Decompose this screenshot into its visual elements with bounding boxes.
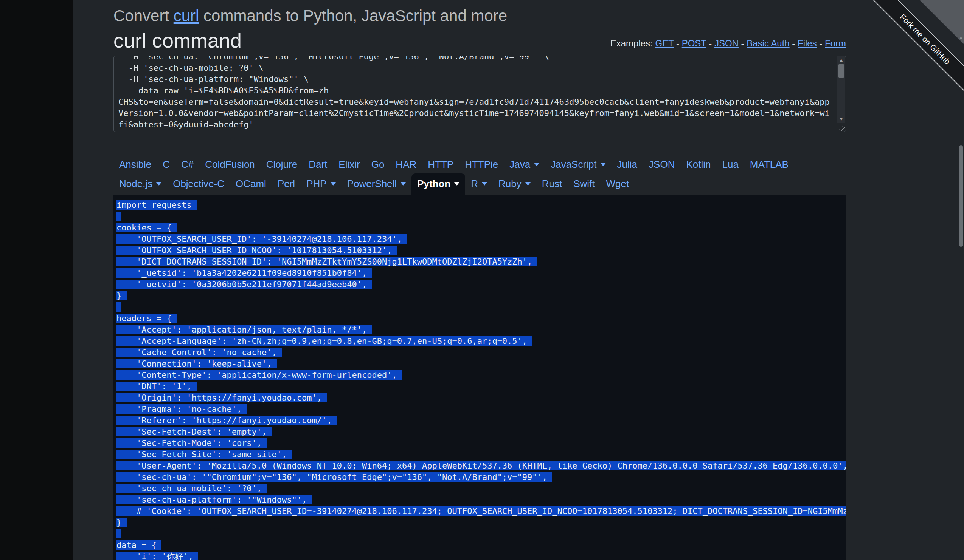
code-line: 'Origin': 'https://fanyi.youdao.com', bbox=[116, 392, 846, 404]
curl-input-scrollbar[interactable]: ▲ ▼ bbox=[837, 56, 845, 123]
code-line: } bbox=[116, 517, 846, 528]
example-link-files[interactable]: Files bbox=[798, 38, 817, 49]
code-line: 'Accept': 'application/json, text/plain,… bbox=[116, 324, 846, 336]
tab-label: JavaScript bbox=[550, 159, 596, 170]
tab-matlab[interactable]: MATLAB bbox=[744, 156, 794, 174]
code-output[interactable]: import requests cookies = { 'OUTFOX_SEAR… bbox=[114, 195, 846, 560]
code-line: 'i': '你好', bbox=[116, 551, 846, 560]
curl-link[interactable]: curl bbox=[174, 7, 199, 24]
tab-label: Swift bbox=[573, 178, 594, 190]
tab-label: Objective-C bbox=[173, 178, 224, 190]
tab-elixir[interactable]: Elixir bbox=[333, 156, 365, 174]
code-line: 'sec-ch-ua': '"Chromium";v="136", "Micro… bbox=[116, 472, 846, 483]
resize-grip-icon[interactable] bbox=[838, 124, 845, 131]
code-line: 'Sec-Fetch-Dest': 'empty', bbox=[116, 426, 846, 438]
code-line: 'sec-ch-ua-platform': '"Windows"', bbox=[116, 494, 846, 506]
tab-label: HTTP bbox=[428, 159, 453, 170]
code-line: import requests bbox=[116, 200, 846, 211]
tab-ocaml[interactable]: OCaml bbox=[230, 174, 272, 195]
code-line: 'OUTFOX_SEARCH_USER_ID': '-39140274@218.… bbox=[116, 234, 846, 245]
tab-java[interactable]: Java bbox=[504, 156, 545, 174]
tab-label: Elixir bbox=[339, 159, 360, 170]
fork-ribbon[interactable]: Fork me on GitHub bbox=[873, 0, 964, 91]
code-line: 'User-Agent': 'Mozilla/5.0 (Windows NT 1… bbox=[116, 460, 846, 472]
tab-label: Kotlin bbox=[686, 159, 711, 170]
tab-perl[interactable]: Perl bbox=[272, 174, 301, 195]
code-line: 'DICT_DOCTRANS_SESSION_ID': 'NGI5MmMzZTk… bbox=[116, 256, 846, 268]
tab-ruby[interactable]: Ruby bbox=[493, 174, 536, 195]
code-line: # 'Cookie': 'OUTFOX_SEARCH_USER_ID=-3914… bbox=[116, 506, 846, 517]
tab-httpie[interactable]: HTTPie bbox=[459, 156, 504, 174]
tab-lua[interactable]: Lua bbox=[716, 156, 744, 174]
tab-label: C# bbox=[181, 159, 194, 170]
example-link-post[interactable]: POST bbox=[682, 38, 707, 49]
page-title: Convert curl commands to Python, JavaScr… bbox=[114, 6, 846, 26]
tab-clojure[interactable]: Clojure bbox=[261, 156, 303, 174]
chevron-down-icon bbox=[601, 163, 606, 166]
chevron-down-icon bbox=[401, 182, 406, 185]
chevron-down-icon bbox=[156, 182, 161, 185]
examples-separator: - bbox=[739, 38, 747, 49]
tab-dart[interactable]: Dart bbox=[303, 156, 333, 174]
tab-label: ColdFusion bbox=[205, 159, 255, 170]
code-line: data = { bbox=[116, 540, 846, 551]
tab-julia[interactable]: Julia bbox=[612, 156, 643, 174]
tab-label: PHP bbox=[306, 178, 326, 190]
code-line: 'Pragma': 'no-cache', bbox=[116, 404, 846, 415]
tab-label: Ruby bbox=[498, 178, 521, 190]
curl-input[interactable]: -H 'sec-ch-ua: "Chromium";v="136", "Micr… bbox=[114, 55, 846, 132]
tab-rust[interactable]: Rust bbox=[536, 174, 568, 195]
tab-php[interactable]: PHP bbox=[301, 174, 341, 195]
tab-label: Go bbox=[371, 159, 384, 170]
chevron-down-icon bbox=[534, 163, 539, 166]
examples-separator: - bbox=[790, 38, 798, 49]
example-link-basic-auth[interactable]: Basic Auth bbox=[747, 38, 789, 49]
tab-label: Python bbox=[417, 178, 450, 190]
code-line: 'Connection': 'keep-alive', bbox=[116, 358, 846, 370]
tab-javascript[interactable]: JavaScript bbox=[545, 156, 611, 174]
page-title-prefix: Convert bbox=[114, 7, 174, 24]
tab-har[interactable]: HAR bbox=[390, 156, 422, 174]
tab-node-js[interactable]: Node.js bbox=[114, 174, 167, 195]
tab-swift[interactable]: Swift bbox=[568, 174, 600, 195]
scrollbar-thumb[interactable] bbox=[839, 64, 844, 78]
tab-kotlin[interactable]: Kotlin bbox=[681, 156, 716, 174]
code-line: 'Content-Type': 'application/x-www-form-… bbox=[116, 370, 846, 381]
tab-json[interactable]: JSON bbox=[643, 156, 681, 174]
code-line: 'Sec-Fetch-Mode': 'cors', bbox=[116, 438, 846, 449]
code-line: 'Accept-Language': 'zh-CN,zh;q=0.9,en;q=… bbox=[116, 336, 846, 347]
tab-label: PowerShell bbox=[347, 178, 397, 190]
tab-label: OCaml bbox=[236, 178, 266, 190]
tab-python[interactable]: Python bbox=[412, 174, 465, 195]
example-link-get[interactable]: GET bbox=[655, 38, 674, 49]
examples-separator: - bbox=[707, 38, 715, 49]
tab-objective-c[interactable]: Objective-C bbox=[167, 174, 230, 195]
tab-label: Rust bbox=[542, 178, 562, 190]
tab-r[interactable]: R bbox=[465, 174, 493, 195]
code-line: cookies = { bbox=[116, 222, 846, 234]
tab-label: Ansible bbox=[119, 159, 151, 170]
page-scrollbar-thumb[interactable] bbox=[959, 146, 963, 247]
example-link-json[interactable]: JSON bbox=[715, 38, 739, 49]
tab-http[interactable]: HTTP bbox=[422, 156, 459, 174]
tab-powershell[interactable]: PowerShell bbox=[342, 174, 412, 195]
chevron-down-icon bbox=[454, 182, 459, 185]
language-tabs-row2: Node.jsObjective-COCamlPerlPHPPowerShell… bbox=[114, 174, 846, 195]
examples-label: Examples: bbox=[611, 38, 653, 49]
tab-ansible[interactable]: Ansible bbox=[114, 156, 157, 174]
page-scroll-up-icon[interactable]: ▲ bbox=[958, 34, 964, 41]
page-title-suffix: commands to Python, JavaScript and more bbox=[199, 7, 507, 24]
examples: Examples: GET - POST - JSON - Basic Auth… bbox=[611, 38, 846, 49]
code-line: 'Sec-Fetch-Site': 'same-site', bbox=[116, 449, 846, 460]
example-link-form[interactable]: Form bbox=[825, 38, 846, 49]
tab-c[interactable]: C bbox=[157, 156, 176, 174]
scroll-down-icon[interactable]: ▼ bbox=[837, 115, 845, 123]
tab-label: HTTPie bbox=[465, 159, 498, 170]
tab-go[interactable]: Go bbox=[366, 156, 390, 174]
curl-input-text[interactable]: -H 'sec-ch-ua: "Chromium";v="136", "Micr… bbox=[118, 56, 833, 130]
tab-c[interactable]: C# bbox=[176, 156, 199, 174]
tab-label: Wget bbox=[606, 178, 629, 190]
tab-wget[interactable]: Wget bbox=[601, 174, 635, 195]
scroll-up-icon[interactable]: ▲ bbox=[837, 56, 845, 64]
tab-coldfusion[interactable]: ColdFusion bbox=[199, 156, 261, 174]
